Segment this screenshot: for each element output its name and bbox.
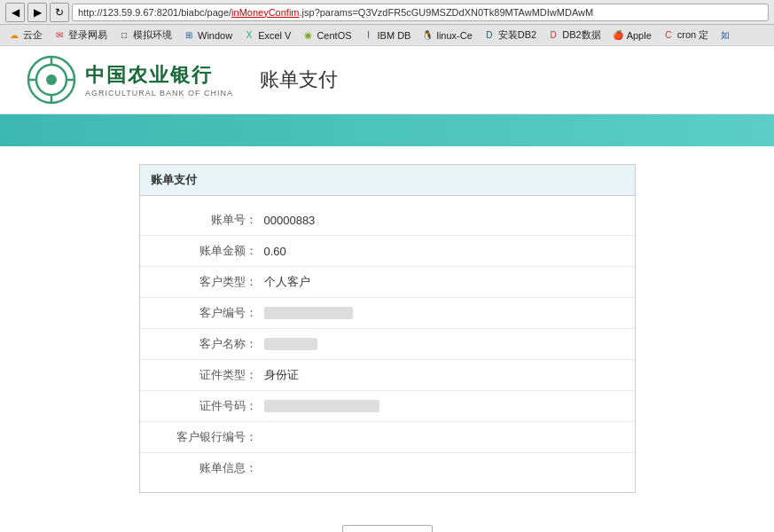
- browser-chrome: ◀ ▶ ↻ http://123.59.9.67:8201/biabc/page…: [0, 0, 774, 46]
- bookmarks-bar: ☁ 云企 ✉ 登录网易 □ 模拟环境 ⊞ Window X Excel V ◉ …: [0, 25, 774, 46]
- ibm-icon: I: [363, 29, 375, 42]
- address-highlight: inMoneyConfim: [231, 7, 299, 18]
- bookmark-label: 云企: [23, 28, 43, 42]
- form-section: 账单支付 账单号： 00000883 账单金额： 0.60 客户类型： 个人客户…: [139, 164, 636, 493]
- db2data-icon: D: [547, 29, 559, 42]
- bookmark-ibmdb[interactable]: I IBM DB: [358, 28, 416, 43]
- form-row-customer-type: 客户类型： 个人客户: [140, 267, 635, 298]
- bookmark-label: 登录网易: [68, 28, 107, 42]
- form-row-id-number: 证件号码：: [140, 391, 635, 422]
- label-customer-name: 客户名称：: [158, 336, 264, 352]
- blurred-customer-id: [264, 307, 353, 319]
- bookmark-ru[interactable]: 如: [715, 28, 739, 43]
- window-icon: ⊞: [183, 29, 195, 42]
- page-title: 账单支付: [260, 66, 338, 93]
- db2-icon: D: [483, 29, 496, 42]
- bookmark-label: 安装DB2: [498, 28, 536, 42]
- form-section-title: 账单支付: [140, 165, 635, 196]
- value-customer-id: [264, 307, 617, 320]
- label-id-number: 证件号码：: [158, 398, 264, 414]
- value-customer-name: [264, 338, 617, 351]
- bookmark-db2data[interactable]: D DB2数据: [543, 27, 605, 43]
- label-amount: 账单金额：: [158, 243, 264, 259]
- bookmark-yunyun[interactable]: ☁ 云企: [4, 27, 47, 43]
- value-amount: 0.60: [264, 245, 617, 258]
- env-icon: □: [118, 29, 130, 42]
- form-body: 账单号： 00000883 账单金额： 0.60 客户类型： 个人客户 客户编号…: [140, 196, 635, 492]
- bookmark-excel[interactable]: X Excel V: [238, 28, 295, 43]
- svg-point-2: [46, 74, 57, 85]
- linux-icon: 🐧: [421, 29, 434, 42]
- form-row-id-type: 证件类型： 身份证: [140, 360, 635, 391]
- label-bank-code: 客户银行编号：: [158, 429, 264, 445]
- label-customer-type: 客户类型：: [158, 274, 264, 290]
- cron-icon: C: [662, 29, 675, 42]
- bookmark-label: CentOS: [317, 30, 351, 41]
- bookmark-linux[interactable]: 🐧 linux-Ce: [417, 28, 476, 43]
- value-customer-type: 个人客户: [264, 274, 617, 290]
- form-row-bill-info: 账单信息：: [140, 453, 635, 483]
- form-row-customer-id: 客户编号：: [140, 298, 635, 329]
- teal-banner: [0, 114, 774, 146]
- refresh-button[interactable]: ↻: [50, 3, 69, 22]
- form-row-account-number: 账单号： 00000883: [140, 205, 635, 236]
- form-row-bank-code: 客户银行编号：: [140, 422, 635, 453]
- bank-logo-svg: [27, 55, 76, 105]
- bookmark-env[interactable]: □ 模拟环境: [113, 27, 176, 43]
- address-bar[interactable]: http://123.59.9.67:8201/biabc/page/inMon…: [72, 4, 769, 21]
- bookmark-label: Apple: [627, 30, 652, 41]
- bank-name-block: 中国农业银行 AGRICULTURAL BANK OF CHINA: [85, 62, 233, 98]
- blurred-id-number: [264, 400, 379, 412]
- excel-icon: X: [243, 29, 255, 42]
- bookmark-installdb2[interactable]: D 安装DB2: [479, 27, 541, 43]
- value-id-number: [264, 400, 617, 413]
- bookmark-label: DB2数据: [562, 28, 600, 42]
- bookmark-label: Window: [198, 30, 232, 41]
- address-bar-row: ◀ ▶ ↻ http://123.59.9.67:8201/biabc/page…: [0, 0, 774, 25]
- bookmark-label: linux-Ce: [436, 30, 472, 41]
- label-customer-id: 客户编号：: [158, 305, 264, 321]
- back-button[interactable]: ◀: [5, 3, 25, 22]
- bookmark-window[interactable]: ⊞ Window: [178, 28, 237, 43]
- form-row-amount: 账单金额： 0.60: [140, 236, 635, 267]
- bookmark-cron[interactable]: C cron 定: [658, 27, 713, 43]
- button-row: 账单支付: [0, 511, 774, 532]
- blurred-customer-name: [264, 338, 317, 350]
- form-row-customer-name: 客户名称：: [140, 329, 635, 360]
- apple-icon: 🍎: [612, 29, 624, 42]
- page-content: 中国农业银行 AGRICULTURAL BANK OF CHINA 账单支付 账…: [0, 46, 774, 532]
- bookmark-label: Excel V: [258, 30, 291, 41]
- address-text: http://123.59.9.67:8201/biabc/page/inMon…: [78, 7, 593, 18]
- label-bill-info: 账单信息：: [158, 460, 264, 476]
- forward-button[interactable]: ▶: [27, 3, 47, 22]
- bookmark-netease[interactable]: ✉ 登录网易: [49, 27, 112, 43]
- bookmark-apple[interactable]: 🍎 Apple: [607, 28, 656, 43]
- bank-logo: 中国农业银行 AGRICULTURAL BANK OF CHINA: [27, 55, 233, 105]
- value-id-type: 身份证: [264, 367, 617, 383]
- label-id-type: 证件类型：: [158, 367, 264, 383]
- bank-name-cn: 中国农业银行: [85, 62, 233, 89]
- page-header: 中国农业银行 AGRICULTURAL BANK OF CHINA 账单支付: [0, 46, 774, 114]
- centos-icon: ◉: [301, 29, 314, 42]
- bank-name-en: AGRICULTURAL BANK OF CHINA: [85, 89, 233, 98]
- cloud-icon: ☁: [8, 29, 20, 42]
- bookmark-label: cron 定: [677, 28, 708, 42]
- label-account-number: 账单号：: [158, 212, 264, 228]
- ru-icon: 如: [719, 29, 731, 42]
- bookmark-label: 模拟环境: [133, 28, 172, 42]
- value-account-number: 00000883: [264, 214, 617, 227]
- bookmark-label: IBM DB: [378, 30, 411, 41]
- submit-button[interactable]: 账单支付: [342, 525, 433, 532]
- bookmark-centos[interactable]: ◉ CentOS: [297, 28, 356, 43]
- mail-icon: ✉: [53, 29, 66, 42]
